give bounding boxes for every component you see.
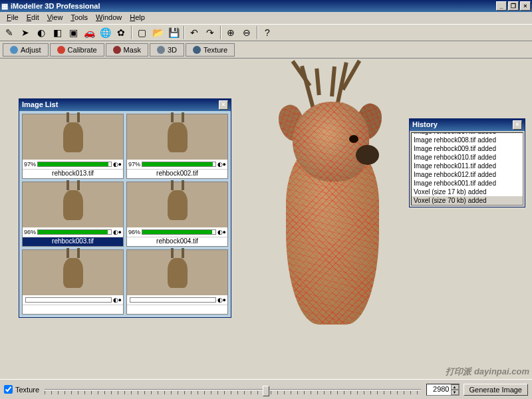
mask-icon[interactable]: ◧ [50,25,65,40]
history-item[interactable]: Voxel (size 70 kb) added [412,196,523,205]
history-item[interactable]: Image rehbock010.tif added [412,153,523,162]
spin-up-icon[interactable]: ▲ [451,384,459,390]
texture-checkbox[interactable] [4,385,13,394]
panel-close-button[interactable]: × [219,100,228,110]
tab-texture[interactable]: Texture [186,43,235,57]
globe-icon[interactable]: 🌐 [98,25,112,40]
gear-icon[interactable]: ✿ [114,25,128,40]
mask-dot-icon [113,46,121,54]
vehicle-icon[interactable]: 🚗 [82,25,96,40]
open-icon[interactable]: 📂 [150,25,165,40]
app-icon: ▦ [1,2,8,11]
image-thumb[interactable]: 96%◐● rehbock004.tif [126,182,228,247]
bottom-bar: Texture 2980 ▲▼ Generate Image [0,379,532,399]
mode-tabs: Adjust Calibrate Mask 3D Texture [0,41,532,59]
window-title: iModeller 3D Professional [11,2,100,10]
tool-icon[interactable]: ✎ [2,25,17,40]
tab-mask[interactable]: Mask [106,43,148,57]
history-panel: History × Image rehbock007.tif addedImag… [409,118,525,207]
image-thumb[interactable]: ◐● [22,249,124,315]
quality-slider[interactable] [45,385,420,394]
history-title: History [412,120,438,130]
image-thumb[interactable]: ◐● [126,249,228,315]
tab-calibrate[interactable]: Calibrate [50,43,104,57]
calibrate-dot-icon [57,46,65,54]
window-titlebar: ▦ iModeller 3D Professional _ ❐ × [0,0,532,12]
history-item[interactable]: Image rehbock012.tif added [412,170,523,179]
adjust-icon[interactable]: ◐ [34,25,49,40]
image-thumb[interactable]: 96%◐● rehbock003.tif [22,182,124,247]
new-icon[interactable]: ▢ [134,25,149,40]
watermark: 打印派 dayinpai.com [446,366,529,378]
minimize-button[interactable]: _ [496,1,507,11]
maximize-button[interactable]: ❐ [508,1,519,11]
generate-image-button[interactable]: Generate Image [464,384,529,396]
history-item[interactable]: Image rehbock009.tif added [412,144,523,153]
menu-bar: File Edit View Tools Window Help [0,12,532,24]
zoom-out-icon[interactable]: ⊖ [239,25,254,40]
close-button[interactable]: × [520,1,531,11]
save-icon[interactable]: 💾 [166,25,181,40]
history-item[interactable]: Voxel (size 17 kb) added [412,188,523,196]
calibrate-icon[interactable]: ▣ [66,25,80,40]
adjust-dot-icon [10,46,18,54]
undo-icon[interactable]: ↶ [187,25,201,40]
image-thumb[interactable]: 97%◐● rehbock002.tif [126,114,228,179]
help-icon[interactable]: ? [260,25,275,40]
spin-down-icon[interactable]: ▼ [451,390,459,395]
menu-view[interactable]: View [43,12,67,24]
texture-label: Texture [15,386,39,394]
image-list-body: 97%◐● rehbock013.tif 97%◐● rehbock002.ti… [19,111,231,317]
pointer-icon[interactable]: ➤ [18,25,33,40]
3d-dot-icon [157,46,165,54]
image-thumb[interactable]: 97%◐● rehbock013.tif [22,114,124,179]
menu-edit[interactable]: Edit [23,12,43,24]
image-list-panel: Image List × 97%◐● rehbock013.tif 97%◐● … [19,98,231,318]
history-item[interactable]: Image rehbock001.tif added [412,179,523,188]
menu-window[interactable]: Window [92,12,126,24]
texture-dot-icon [193,46,201,54]
menu-file[interactable]: File [3,12,23,24]
history-item[interactable]: Image rehbock011.tif added [412,162,523,170]
zoom-in-icon[interactable]: ⊕ [223,25,238,40]
tab-3d[interactable]: 3D [150,43,184,57]
redo-icon[interactable]: ↷ [203,25,217,40]
main-toolbar: ✎ ➤ ◐ ◧ ▣ 🚗 🌐 ✿ ▢ 📂 💾 ↶ ↷ ⊕ ⊖ ? [0,24,532,41]
workspace-3d-view[interactable]: Image List × 97%◐● rehbock013.tif 97%◐● … [0,59,532,379]
quality-value-input[interactable]: 2980 ▲▼ [426,384,460,396]
menu-help[interactable]: Help [126,12,149,24]
image-list-title: Image List [22,100,58,110]
history-list[interactable]: Image rehbock007.tif addedImage rehbock0… [411,132,523,205]
panel-close-button[interactable]: × [513,120,522,130]
menu-tools[interactable]: Tools [66,12,92,24]
model-preview[interactable] [253,59,426,351]
history-item[interactable]: Image rehbock008.tif added [412,136,523,144]
tab-adjust[interactable]: Adjust [3,43,49,57]
